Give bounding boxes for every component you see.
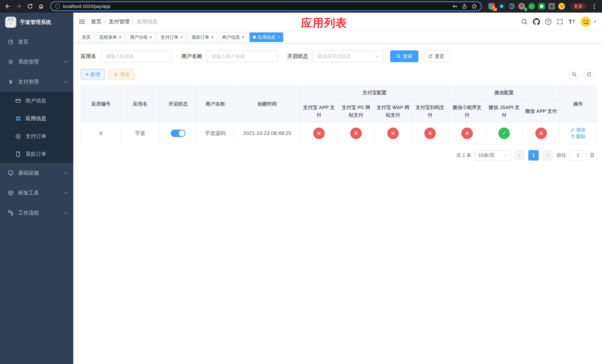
tab-user-group[interactable]: 用户分组 [127,32,155,42]
close-icon[interactable] [180,35,183,40]
delete-link[interactable]: 删除 [570,133,586,140]
extension-icon-puzzle[interactable] [548,3,555,10]
tab-app-info[interactable]: 应用信息 [249,32,283,42]
search-icon [396,54,401,59]
status-success-icon [498,128,510,139]
site-info-icon[interactable] [55,4,60,9]
monitor-icon [7,170,14,176]
close-icon[interactable] [150,35,152,40]
sidebar-item-home[interactable]: 首页 [0,32,73,52]
status-error-icon [350,128,362,139]
sidebar-item-dev-tools[interactable]: 研发工具 [0,183,73,203]
status-error-icon [535,128,547,139]
sidebar-item-refund-orders[interactable]: 退款订单 [0,145,73,163]
chevron-down-icon [64,191,68,195]
browser-home-icon[interactable] [36,1,46,11]
sidebar-item-label: 首页 [18,38,29,45]
chevron-up-icon [64,80,68,84]
search-button[interactable]: 搜索 [390,50,418,62]
tab-home[interactable]: 首页 [78,32,94,42]
sidebar-item-label: 应用信息 [26,115,46,122]
status-error-icon [461,128,473,139]
font-size-icon[interactable] [569,18,575,25]
sidebar-item-app-info[interactable]: 应用信息 [0,110,73,127]
sidebar-item-pay-orders[interactable]: 支付订单 [0,127,73,145]
extension-icon-check[interactable] [528,3,535,10]
edit-link[interactable]: 修改 [570,127,586,133]
extension-icon-square[interactable] [538,3,545,10]
breadcrumb-home[interactable]: 首页 [91,18,101,25]
logo-avatar [5,17,16,28]
delete-link-label: 删除 [576,133,586,140]
cell-wechat-mini [449,123,485,144]
sidebar-item-workflow[interactable]: 工作流程 [0,203,73,223]
tab-merchant-info[interactable]: 商户信息 [219,32,248,42]
data-table: 应用编号 应用名 开启状态 商户名称 创建时间 支付宝配置 微信配置 操作 支付… [81,85,595,144]
sidebar-item-payment[interactable]: 支付管理 [0,72,73,92]
extension-icon-globe[interactable] [508,3,515,10]
search-icon[interactable] [521,18,528,25]
sidebar-item-merchant-info[interactable]: 商户信息 [0,92,73,110]
next-page-button[interactable] [542,150,553,161]
github-icon[interactable] [533,18,540,25]
refresh-table-button[interactable] [583,69,595,80]
tab-process-form[interactable]: 流程表单 [96,32,125,42]
page-size-select[interactable]: 10条/页 [475,150,511,161]
tab-pay-orders[interactable]: 支付订单 [157,32,186,42]
browser-menu-icon[interactable] [589,1,599,11]
extension-icon-grid[interactable]: 10 [488,3,495,10]
trash-icon [570,134,575,139]
extension-icon-drop[interactable] [498,3,505,10]
export-button-label: 导出 [120,71,129,78]
password-key-icon[interactable] [452,3,458,9]
filter-form: 应用名 商户名称 开启状态 请选择开启状态 搜索 重置 [81,50,595,62]
chevron-down-icon [64,171,68,175]
total-count: 共 1 条 [456,152,471,159]
app-name-input[interactable] [101,50,172,62]
bookmark-star-icon[interactable] [471,3,477,9]
refresh-icon [586,72,592,77]
extension-icon-smiley[interactable] [558,3,565,10]
browser-update-button[interactable]: 更新 [570,3,586,10]
goto-page-input[interactable] [570,150,586,161]
reset-button[interactable]: 重置 [422,50,450,62]
breadcrumb-payment[interactable]: 支付管理 [109,18,129,25]
toggle-search-button[interactable] [569,69,580,80]
sidebar-item-infrastructure[interactable]: 基础设施 [0,163,73,183]
browser-forward-icon[interactable] [14,1,24,11]
browser-reload-icon[interactable] [25,1,35,11]
app-logo[interactable]: 芋道管理系统 [0,13,73,32]
workflow-icon [7,210,14,216]
merchant-name-input[interactable] [207,50,278,62]
page-number-button[interactable]: 1 [528,150,539,161]
reset-button-label: 重置 [435,53,444,60]
share-icon[interactable] [462,3,467,9]
cell-alipay-app [301,123,337,144]
prev-page-button[interactable] [514,150,525,161]
browser-back-icon[interactable] [3,1,13,11]
status-select[interactable]: 请选择开启状态 [312,50,384,62]
fullscreen-icon[interactable] [557,18,563,25]
help-icon[interactable] [545,19,551,25]
close-icon[interactable] [277,35,280,40]
extension-icon-avatar[interactable]: 1 [518,3,525,10]
extension-badge: 10 [493,8,497,11]
tab-refund-orders[interactable]: 退款订单 [188,32,217,42]
gear-icon [7,59,14,65]
breadcrumb-separator [104,19,106,25]
navbar: 首页 支付管理 应用信息 应用列表 [73,13,602,31]
sidebar-item-system[interactable]: 系统管理 [0,52,73,72]
close-icon[interactable] [119,35,121,40]
edit-link-label: 修改 [576,127,586,133]
tab-label: 应用信息 [258,34,275,40]
col-alipay-qr: 支付宝扫码支付 [411,100,449,123]
export-button[interactable]: 导出 [108,69,134,80]
address-bar[interactable]: localhost:1024/pay/app [50,1,482,11]
add-button[interactable]: 新增 [81,69,105,80]
sidebar-fold-icon[interactable] [73,12,91,31]
close-icon[interactable] [242,35,244,40]
close-icon[interactable] [211,35,214,40]
col-group-wechat: 微信配置 [449,85,559,100]
user-avatar[interactable] [580,16,597,27]
status-toggle[interactable] [171,130,185,137]
